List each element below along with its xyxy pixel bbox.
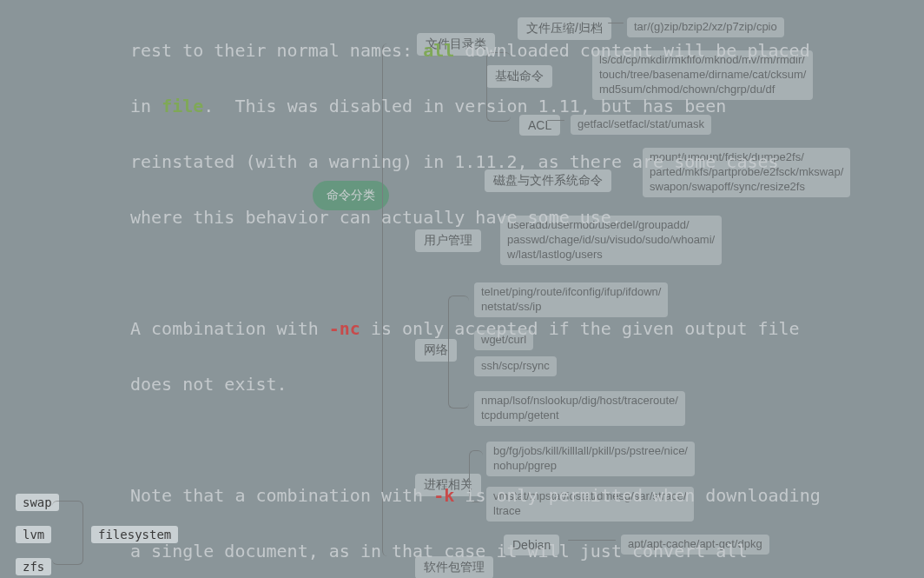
man-line: does not exist. xyxy=(0,370,924,398)
bold-file: file xyxy=(162,96,203,116)
man-page-text[interactable]: rest to their normal names: all download… xyxy=(0,0,924,578)
man-line: where this behavior can actually have so… xyxy=(0,203,924,231)
man-line: reinstated (with a warning) in 1.11.2, a… xyxy=(0,148,924,176)
opt-nc: -nc xyxy=(329,318,360,339)
man-line: Note that a combination with -k is only … xyxy=(0,482,924,509)
man-line: rest to their normal names: all download… xyxy=(0,37,924,64)
bold-all: all xyxy=(423,40,454,61)
opt-k: -k xyxy=(433,485,454,506)
man-line: a single document, as in that case it wi… xyxy=(0,537,924,565)
man-line: in file. This was disabled in version 1.… xyxy=(0,92,924,120)
man-line: A combination with -nc is only accepted … xyxy=(0,315,924,342)
